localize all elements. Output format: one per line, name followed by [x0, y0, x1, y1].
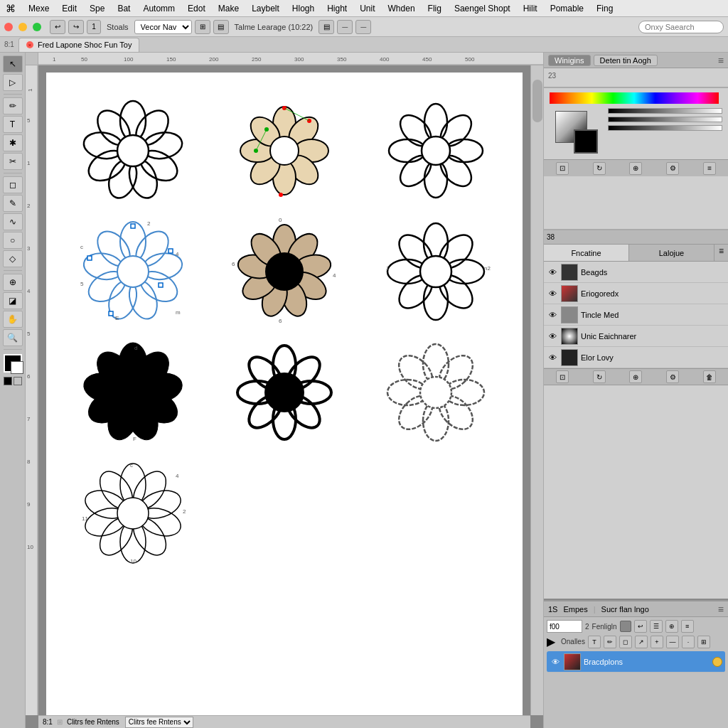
canvas-scroll[interactable]: 2 4 5 E m c [38, 65, 530, 715]
tool-select[interactable]: ↖ [3, 55, 23, 73]
toolbar-min-btn[interactable] [18, 23, 27, 31]
flower-3[interactable] [364, 94, 508, 208]
menu-spe[interactable]: Spe [84, 2, 110, 15]
tool-ellipse[interactable]: ○ [3, 232, 23, 249]
color-btn-4[interactable]: ⚙ [666, 162, 679, 175]
menu-laybelt[interactable]: Laybelt [246, 2, 285, 15]
bp-active-layer[interactable]: 👁 Bracdplons [547, 651, 725, 673]
bp-icon-dash[interactable]: — [666, 636, 679, 648]
color-swatch-area[interactable] [555, 111, 598, 154]
color-slider-1[interactable] [608, 108, 722, 114]
toolbar-mode-select[interactable]: Vecor Nav Pixel Type [134, 20, 192, 34]
color-slider-2[interactable] [608, 117, 722, 122]
bp-layer-badge[interactable] [712, 657, 722, 667]
layer-eye-eriogoredx[interactable]: 👁 [547, 288, 558, 299]
menu-flig[interactable]: Flig [422, 2, 447, 15]
flower-4[interactable]: 2 4 5 E m c [60, 215, 205, 328]
toolbar-dash1[interactable]: — [337, 20, 353, 34]
panel-tab-deten[interactable]: Deten tin Aogh [594, 55, 658, 66]
layers-tab-fncatine[interactable]: Fncatine [544, 245, 629, 261]
layer-item-eriogoredx[interactable]: 👁 Eriogoredx [544, 283, 728, 304]
menu-hight[interactable]: Hight [321, 2, 353, 15]
scrollbar-thumb[interactable] [532, 80, 542, 122]
menu-edit[interactable]: Edit [56, 2, 82, 15]
menu-unit[interactable]: Unit [354, 2, 380, 15]
bp-icon-brush[interactable]: ✏ [604, 636, 616, 648]
flower-5[interactable]: 0 6 4 6 [212, 215, 356, 328]
bp-icon-grid[interactable]: ⊞ [697, 636, 710, 648]
menu-hilit[interactable]: Hilit [518, 2, 543, 15]
bp-icon-2[interactable]: ☰ [650, 620, 663, 633]
tool-curve[interactable]: ∿ [3, 213, 23, 230]
menu-edot[interactable]: Edot [182, 2, 211, 15]
layer-item-unic[interactable]: 👁 Unic Eaichnarer [544, 326, 728, 347]
layer-item-elor[interactable]: 👁 Elor Lovy [544, 347, 728, 368]
bp-icon-plus[interactable]: + [651, 636, 663, 648]
panel-tab-winnings[interactable]: Winigins [548, 55, 591, 66]
flower-1[interactable] [60, 94, 205, 208]
bp-expand-icon[interactable]: ▶ [547, 635, 555, 648]
bp-icon-dot[interactable]: · [682, 636, 695, 648]
layers-btn-new-group[interactable]: ⊡ [556, 370, 569, 383]
layers-btn-new-layer[interactable]: ↻ [593, 370, 606, 383]
flower-8[interactable] [212, 336, 356, 449]
color-btn-3[interactable]: ⊕ [629, 162, 642, 175]
color-btn-2[interactable]: ↻ [593, 162, 606, 175]
layers-btn-effects[interactable]: ⚙ [666, 370, 679, 383]
bp-icon-4[interactable]: ≡ [681, 620, 694, 633]
tool-scale[interactable]: ◪ [3, 292, 23, 309]
bp-icon-rect[interactable]: ◻ [619, 636, 632, 648]
tool-direct-select[interactable]: ▷ [3, 74, 23, 91]
toolbar-back-btn[interactable] [4, 23, 13, 31]
menu-automm[interactable]: Automm [137, 2, 181, 15]
color-fg-fill[interactable] [574, 129, 598, 154]
tool-brush[interactable]: ✎ [3, 195, 23, 212]
layer-eye-beagds[interactable]: 👁 [547, 267, 558, 278]
scrollbar-vertical[interactable] [530, 65, 543, 715]
tool-zoom[interactable]: 🔍 [3, 329, 23, 346]
color-fg-swatch[interactable] [4, 354, 22, 373]
layers-tab-lalojue[interactable]: Lalojue [629, 245, 714, 261]
apple-menu[interactable]: ⌘ [6, 3, 16, 14]
status-select[interactable]: Clitrs fee Rntens [125, 717, 193, 728]
tool-polygon[interactable]: ◇ [3, 250, 23, 267]
layer-eye-tincle[interactable]: 👁 [547, 309, 558, 321]
layers-options[interactable]: ≡ [714, 245, 728, 261]
bp-layer-eye[interactable]: 👁 [550, 656, 561, 668]
toolbar-undo[interactable]: ↩ [50, 20, 65, 34]
menu-bat[interactable]: Bat [112, 2, 136, 15]
layers-btn-delete[interactable]: 🗑 [703, 370, 716, 383]
menu-fing[interactable]: Fing [591, 2, 619, 15]
menu-whden[interactable]: Whden [382, 2, 421, 15]
layer-eye-elor[interactable]: 👁 [547, 352, 558, 363]
toolbar-num[interactable]: 1 [87, 20, 101, 34]
menu-saengel[interactable]: Saengel Shopt [449, 2, 516, 15]
search-input[interactable] [638, 21, 724, 33]
flower-2[interactable] [212, 94, 356, 208]
toolbar-dash2[interactable]: — [355, 20, 371, 34]
bp-icon-1[interactable]: ↩ [634, 620, 647, 633]
toolbar-max-btn[interactable] [33, 23, 41, 31]
toolbar-layout-btn[interactable]: ▤ [213, 20, 229, 34]
color-gradient-bar[interactable] [550, 92, 719, 104]
layer-item-tincle[interactable]: 👁 Tincle Med [544, 304, 728, 326]
color-btn-5[interactable]: ≡ [703, 162, 716, 175]
tool-scissors[interactable]: ✂ [3, 153, 23, 170]
tool-type[interactable]: T [3, 116, 23, 133]
canvas[interactable]: 2 4 5 E m c [46, 73, 523, 715]
color-bg-swatch[interactable] [11, 361, 23, 374]
tool-rotate[interactable]: ⊕ [3, 274, 23, 291]
layers-btn-link[interactable]: ⊕ [629, 370, 642, 383]
tool-rect[interactable]: ◻ [3, 176, 23, 193]
toolbar-options1[interactable]: ▤ [318, 20, 334, 34]
flower-9[interactable] [364, 336, 508, 449]
bp-icon-arrow[interactable]: ↗ [635, 636, 648, 648]
flower-6[interactable]: 1 n2 [364, 215, 508, 328]
color-slider-3[interactable] [608, 125, 722, 131]
bp-options-icon[interactable]: ≡ [718, 604, 724, 615]
menu-pomable[interactable]: Pomable [545, 2, 589, 15]
bp-icon-T[interactable]: T [588, 636, 601, 648]
toolbar-redo[interactable]: ↪ [68, 20, 84, 34]
color-normal-mode[interactable] [4, 377, 12, 385]
flower-10[interactable]: c 10 11 2 4 [60, 456, 205, 570]
